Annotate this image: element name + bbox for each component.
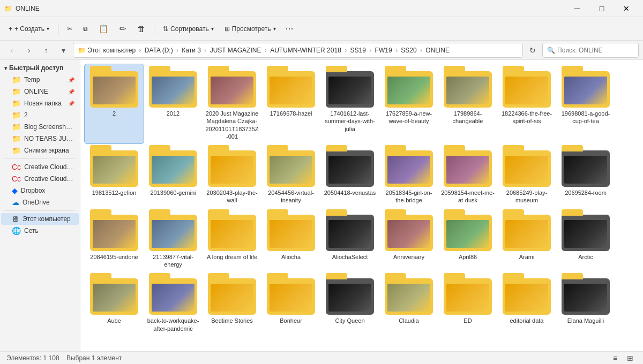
new-button[interactable]: + + Создать ▾ bbox=[4, 20, 54, 37]
folder-item[interactable]: 20302043-play-the-wall bbox=[203, 143, 261, 208]
folder-name: 17169678-hazel bbox=[270, 110, 312, 117]
close-button[interactable]: ✕ bbox=[614, 0, 639, 17]
grid-view-button[interactable]: ⊞ bbox=[624, 353, 637, 363]
sidebar-item-2[interactable]: 📁 2 bbox=[1, 109, 79, 121]
cut-button[interactable]: ✂ bbox=[63, 20, 77, 37]
folder-name: 20518345-girl-on-the-bridge bbox=[382, 189, 436, 204]
copy-button[interactable]: ⧉ bbox=[79, 20, 92, 37]
folder-item[interactable]: City Queen bbox=[320, 271, 379, 336]
sidebar-item-label: Dropbox bbox=[21, 187, 74, 194]
folder-item[interactable]: 19698081-a-good-cup-of-tea bbox=[556, 64, 615, 143]
folder-item[interactable]: 20139060-gemini bbox=[144, 143, 203, 208]
folder-item[interactable]: ED bbox=[438, 271, 497, 336]
sidebar-item-online[interactable]: 📁 ONLINE 📌 bbox=[1, 86, 79, 97]
content-area: 2 2012 2020 Just Magazine Magdalena Czaj… bbox=[80, 60, 643, 351]
rename-button[interactable]: ✏ bbox=[115, 20, 131, 37]
more-button[interactable]: ··· bbox=[282, 20, 297, 37]
folder-item[interactable]: Elana Maguilli bbox=[556, 271, 615, 336]
folder-item[interactable]: 2 bbox=[85, 64, 144, 143]
folder-preview bbox=[446, 77, 489, 104]
folder-item[interactable]: 17401612-last-summer-days-with-julia bbox=[320, 64, 379, 143]
up-button[interactable]: ↑ bbox=[39, 43, 54, 58]
breadcrumb[interactable]: 📁 Этот компьютер › DATA (D:) › Кати 3 › … bbox=[73, 43, 523, 58]
search-icon: 🔍 bbox=[547, 47, 555, 54]
folder-thumbnail bbox=[87, 147, 141, 187]
folder-thumbnail bbox=[382, 211, 436, 251]
folder-item[interactable]: 18224366-the-free-spirit-of-sis bbox=[497, 64, 556, 143]
search-input[interactable] bbox=[557, 47, 638, 54]
folder-item[interactable]: 20454456-virtual-insanity bbox=[261, 143, 320, 208]
folder-item[interactable]: 17989864-changeable bbox=[438, 64, 497, 143]
folder-item[interactable]: Arami bbox=[497, 208, 556, 272]
folder-item[interactable]: AliochaSelect bbox=[320, 208, 379, 272]
sidebar-item-temp[interactable]: 📁 Temp 📌 bbox=[1, 74, 79, 86]
folder-name: Aliocha bbox=[281, 253, 301, 261]
folder-preview bbox=[211, 156, 253, 184]
sidebar-item-cc2[interactable]: Cc Creative Cloud Files bbox=[1, 173, 79, 185]
sidebar-item-label: Этот компьютер bbox=[23, 215, 74, 223]
delete-button[interactable]: 🗑 bbox=[133, 20, 149, 37]
folder-item[interactable]: 20518345-girl-on-the-bridge bbox=[379, 143, 438, 208]
folder-item[interactable]: Bedtime Stories bbox=[203, 271, 261, 336]
folder-item[interactable]: editorial data bbox=[497, 271, 556, 336]
folder-item[interactable]: 20598154-meet-me-at-dusk bbox=[438, 143, 497, 208]
folder-preview bbox=[93, 284, 136, 312]
sidebar-item-this-pc[interactable]: 🖥 Этот компьютер bbox=[1, 213, 79, 225]
titlebar-title: ONLINE bbox=[16, 5, 565, 12]
folder-item[interactable]: 17627859-a-new-wave-of-beauty bbox=[379, 64, 438, 143]
folder-name: 2020 Just Magazine Magdalena Czajka-2020… bbox=[205, 110, 259, 140]
sidebar-item-label: ONLINE bbox=[24, 88, 65, 95]
folder-item[interactable]: Claudia bbox=[379, 271, 438, 336]
sort-button[interactable]: ⇅ Сортировать ▾ bbox=[159, 20, 218, 37]
folder-thumbnail bbox=[382, 67, 436, 108]
sidebar-item-network[interactable]: 🌐 Сеть bbox=[1, 225, 79, 237]
folder-item[interactable]: Aliocha bbox=[261, 208, 320, 272]
folder-name: 17627859-a-new-wave-of-beauty bbox=[382, 110, 436, 125]
sidebar-item-cc1[interactable]: Cc Creative Cloud Files bbox=[1, 161, 79, 173]
folder-item[interactable]: back-to-workquake-after-pandemic bbox=[144, 271, 203, 336]
forward-button[interactable]: › bbox=[21, 43, 36, 58]
creative-cloud-icon: Cc bbox=[12, 163, 21, 171]
sidebar-item-onedrive[interactable]: ☁ OneDrive bbox=[1, 196, 79, 208]
folder-thumbnail bbox=[382, 275, 436, 315]
sidebar-item-blog[interactable]: 📁 Blog Screenshots bbox=[1, 121, 79, 133]
quick-access-header[interactable]: ▾ Быстрый доступ bbox=[0, 62, 80, 74]
minimize-button[interactable]: ─ bbox=[565, 0, 589, 17]
folder-item[interactable]: April86 bbox=[438, 208, 497, 272]
folder-item[interactable]: A long dream of life bbox=[203, 208, 261, 272]
folder-item[interactable]: 20846195-undone bbox=[85, 208, 144, 272]
sidebar-item-notears[interactable]: 📁 NO TEARS JUST MA bbox=[1, 133, 79, 145]
sidebar: ▾ Быстрый доступ 📁 Temp 📌 📁 ONLINE 📌 📁 Н… bbox=[0, 60, 80, 351]
folder-item[interactable]: Anniversary bbox=[379, 208, 438, 272]
sidebar-item-new-folder[interactable]: 📁 Новая папка 📌 bbox=[1, 97, 79, 109]
sidebar-item-label: OneDrive bbox=[23, 199, 74, 206]
folder-item[interactable]: 17169678-hazel bbox=[261, 64, 320, 143]
refresh-button[interactable]: ↻ bbox=[525, 43, 540, 58]
folder-item[interactable]: 19813512-gefion bbox=[85, 143, 144, 208]
folder-item[interactable]: Aube bbox=[85, 271, 144, 336]
sidebar-item-screenshots[interactable]: 📁 Снимки экрана bbox=[1, 145, 79, 156]
search-bar[interactable]: 🔍 bbox=[542, 43, 639, 58]
recent-locations-button[interactable]: ▾ bbox=[56, 43, 71, 58]
list-view-button[interactable]: ≡ bbox=[609, 353, 622, 363]
folder-item[interactable]: 21139877-vital-energy bbox=[144, 208, 203, 272]
folder-item[interactable]: 20504418-venustas bbox=[320, 143, 379, 208]
back-button[interactable]: ‹ bbox=[4, 43, 19, 58]
sort-label: Сортировать bbox=[170, 25, 209, 33]
new-label: + Создать bbox=[14, 25, 44, 33]
folder-preview bbox=[446, 156, 489, 184]
folder-item[interactable]: Bonheur bbox=[261, 271, 320, 336]
folder-item[interactable]: 20695284-room bbox=[556, 143, 615, 208]
sidebar-item-label: Temp bbox=[24, 76, 65, 84]
view-icon: ⊞ bbox=[225, 25, 230, 33]
folder-item[interactable]: 2012 bbox=[144, 64, 203, 143]
folder-item[interactable]: Arctic bbox=[556, 208, 615, 272]
sidebar-item-dropbox[interactable]: ◆ Dropbox bbox=[1, 185, 79, 196]
view-button[interactable]: ⊞ Просмотреть ▾ bbox=[220, 20, 280, 37]
copy-icon: ⧉ bbox=[83, 25, 88, 33]
folder-item[interactable]: 20685249-play-museum bbox=[497, 143, 556, 208]
maximize-button[interactable]: □ bbox=[589, 0, 614, 17]
folder-item[interactable]: 2020 Just Magazine Magdalena Czajka-2020… bbox=[203, 64, 261, 143]
breadcrumb-ss20: SS20 bbox=[401, 47, 416, 54]
paste-button[interactable]: 📋 bbox=[94, 20, 113, 37]
